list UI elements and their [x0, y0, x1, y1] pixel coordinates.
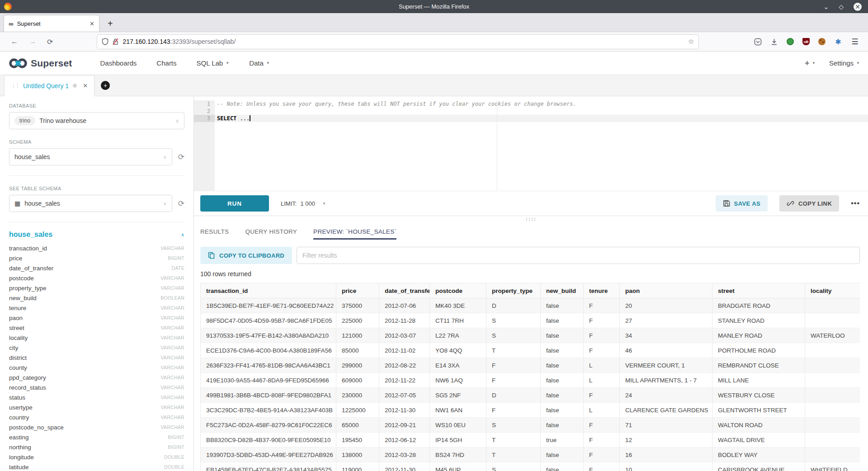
browser-tab[interactable]: ∞ Superset ✕ [4, 15, 99, 32]
tab-results[interactable]: RESULTS [200, 228, 229, 240]
lock-disabled-icon[interactable] [112, 38, 119, 45]
back-icon[interactable]: ← [5, 38, 24, 46]
table-row[interactable]: 419E1030-9A55-4467-8DA9-9FED95D659666090… [201, 373, 860, 388]
cookie-extension-icon[interactable] [818, 38, 826, 45]
table-row[interactable]: 499B1981-3B6B-4BCD-808F-9FED9802BFA12300… [201, 388, 860, 403]
more-actions-button[interactable]: ••• [851, 199, 860, 207]
refresh-schema-icon[interactable]: ⟳ [178, 152, 184, 162]
schema-column-row[interactable]: priceBIGINT [9, 253, 184, 263]
settings-menu[interactable]: Settings▼ [829, 59, 860, 67]
schema-column-row[interactable]: statusVARCHAR [9, 392, 184, 402]
extension-asterisk-icon[interactable]: ✱ [834, 38, 842, 46]
table-row[interactable]: 2636F323-FF41-4765-81DB-98CAA6A43BC12990… [201, 358, 860, 373]
table-row[interactable]: 91370533-19F5-47FE-B142-A380A8ADA2101210… [201, 328, 860, 343]
reload-icon[interactable]: ⟳ [42, 38, 58, 46]
table-row[interactable]: F5C273AC-0D2A-458F-8279-9C61F0C22EC66500… [201, 418, 860, 433]
schema-column-row[interactable]: new_buildBOOLEAN [9, 293, 184, 303]
table-header-cell[interactable]: paon [620, 283, 712, 298]
shield-icon[interactable] [102, 38, 108, 45]
schema-column-row[interactable]: localityVARCHAR [9, 333, 184, 343]
add-new-menu[interactable]: +▼ [805, 58, 816, 68]
run-button[interactable]: RUN [200, 195, 269, 212]
downloads-icon[interactable] [770, 38, 778, 46]
schema-column-row[interactable]: paonVARCHAR [9, 313, 184, 323]
query-tab-close-icon[interactable]: ✕ [83, 82, 88, 89]
bookmark-star-icon[interactable]: ☆ [688, 38, 694, 46]
splitter-grip-icon[interactable] [525, 217, 537, 221]
schema-column-row[interactable]: property_typeVARCHAR [9, 283, 184, 293]
forward-icon[interactable]: → [24, 38, 42, 46]
schema-column-row[interactable]: streetVARCHAR [9, 323, 184, 333]
new-tab-button[interactable]: + [108, 19, 113, 28]
table-header-cell[interactable]: tenure [584, 283, 620, 298]
results-table-container[interactable]: transaction_idpricedate_of_transferpostc… [200, 283, 860, 471]
copy-link-button[interactable]: COPY LINK [779, 195, 839, 212]
table-schema-title[interactable]: house_sales [9, 231, 52, 239]
table-header-cell[interactable]: price [336, 283, 379, 298]
tab-preview-house-sales[interactable]: PREVIEW: `HOUSE_SALES` [313, 228, 396, 240]
schema-column-row[interactable]: transaction_idVARCHAR [9, 243, 184, 253]
schema-column-row[interactable]: postcodeVARCHAR [9, 273, 184, 283]
schema-column-row[interactable]: districtVARCHAR [9, 353, 184, 363]
extension-vpn-icon[interactable] [787, 38, 794, 45]
schema-column-row[interactable]: usertypeVARCHAR [9, 402, 184, 412]
chevron-up-icon[interactable]: ∧ [181, 232, 184, 238]
schema-column-row[interactable]: latitudeDOUBLE [9, 462, 184, 471]
url-bar[interactable]: 217.160.120.143:32393/superset/sqllab/ ☆ [97, 35, 698, 49]
sql-editor[interactable]: 1 2 3 -- Note: Unless you save your quer… [194, 96, 868, 191]
save-as-button[interactable]: SAVE AS [716, 195, 768, 212]
nav-data[interactable]: Data▼ [249, 59, 270, 67]
panel-splitter[interactable] [194, 216, 868, 222]
pocket-icon[interactable] [754, 38, 762, 46]
table-row[interactable]: 3C3C29DC-B7B2-4BE5-914A-A38123AF403B1225… [201, 403, 860, 418]
nav-charts[interactable]: Charts [156, 59, 176, 67]
schema-column-row[interactable]: ppd_categoryVARCHAR [9, 372, 184, 382]
schema-column-row[interactable]: postcode_no_spaceVARCHAR [9, 422, 184, 432]
table-header-cell[interactable]: street [712, 283, 805, 298]
table-row[interactable]: 98F5DC47-0D05-4D59-95B7-98CA6F1FDE052250… [201, 313, 860, 328]
tab-close-icon[interactable]: ✕ [90, 20, 94, 27]
window-maximize-icon[interactable]: ◇ [839, 3, 844, 10]
window-close-icon[interactable]: ✕ [854, 3, 862, 11]
drag-handle-icon[interactable]: ⋮⋮ [11, 83, 19, 89]
table-row[interactable]: 1B5C39ED-BE7F-41EF-9E71-9C60EED74A223750… [201, 298, 860, 313]
copy-to-clipboard-button[interactable]: COPY TO CLIPBOARD [200, 247, 292, 264]
table-header-cell[interactable]: locality [805, 283, 860, 298]
menu-hamburger-icon[interactable]: ☰ [851, 38, 859, 46]
schema-column-row[interactable]: countyVARCHAR [9, 363, 184, 372]
schema-column-row[interactable]: longitudeDOUBLE [9, 452, 184, 462]
filter-results-input[interactable] [297, 247, 860, 264]
nav-sql-lab[interactable]: SQL Lab▼ [197, 59, 230, 67]
ublock-origin-icon[interactable]: uB [802, 38, 810, 45]
window-restore-icon[interactable]: ⌄ [823, 3, 829, 10]
table-cell: 10 [620, 462, 712, 471]
schema-column-row[interactable]: countryVARCHAR [9, 412, 184, 422]
nav-dashboards[interactable]: Dashboards [100, 59, 137, 67]
limit-dropdown[interactable]: LIMIT: 1 000 ▼ [281, 200, 326, 207]
table-header-cell[interactable]: transaction_id [201, 283, 336, 298]
schema-column-row[interactable]: record_statusVARCHAR [9, 382, 184, 392]
add-query-tab-button[interactable]: + [101, 81, 110, 90]
schema-select[interactable]: house_sales ∨ [9, 148, 172, 165]
table-row[interactable]: ECE1D376-C9A6-4C00-B004-A380B189FA568500… [201, 343, 860, 358]
refresh-table-icon[interactable]: ⟳ [178, 199, 184, 208]
schema-column-row[interactable]: northingBIGINT [9, 442, 184, 452]
table-header-cell[interactable]: date_of_transfer [379, 283, 430, 298]
table-row[interactable]: 193907D3-5DBD-453D-A49E-9FEE27DAB9261380… [201, 447, 860, 462]
schema-column-row[interactable]: cityVARCHAR [9, 343, 184, 353]
schema-column-row[interactable]: eastingBIGINT [9, 432, 184, 442]
superset-brand[interactable]: Superset [8, 57, 72, 69]
table-header-cell[interactable]: postcode [430, 283, 486, 298]
query-tab-untitled-1[interactable]: ⋮⋮ Untitled Query 1 ✕ [4, 75, 94, 96]
tab-query-history[interactable]: QUERY HISTORY [245, 228, 297, 240]
table-header-cell[interactable]: property_type [486, 283, 541, 298]
table-select[interactable]: ▦ house_sales ∨ [9, 195, 172, 212]
column-type: VARCHAR [160, 315, 184, 320]
table-row[interactable]: BB8320C9-D82B-4B37-90E0-9FEE05095E101954… [201, 433, 860, 447]
table-row[interactable]: EB1459EB-67ED-47C8-B2E7-A38143AB55751190… [201, 462, 860, 471]
schema-column-row[interactable]: tenureVARCHAR [9, 303, 184, 313]
schema-column-row[interactable]: date_of_transferDATE [9, 263, 184, 273]
database-select[interactable]: trino Trino warehouse ∨ [9, 112, 184, 129]
text-cursor [250, 115, 250, 121]
table-header-cell[interactable]: new_build [541, 283, 584, 298]
